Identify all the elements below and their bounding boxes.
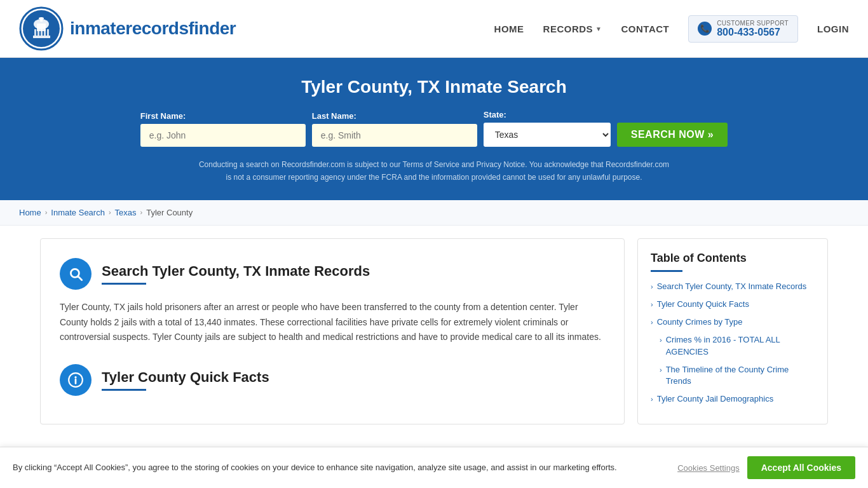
section1-underline bbox=[102, 283, 146, 285]
toc-item[interactable]: ›Search Tyler County, TX Inmate Records bbox=[651, 281, 815, 292]
toc-item[interactable]: ›Tyler County Quick Facts bbox=[651, 299, 815, 310]
first-name-label: First Name: bbox=[140, 111, 186, 121]
hero-disclaimer: Conducting a search on Recordsfinder.com… bbox=[196, 158, 672, 184]
svg-rect-4 bbox=[34, 29, 36, 36]
nav-contact[interactable]: CONTACT bbox=[621, 24, 670, 34]
toc-chevron-icon: › bbox=[651, 300, 653, 309]
logo-icon bbox=[19, 6, 64, 51]
section2-underline bbox=[102, 389, 146, 391]
section1-header: Search Tyler County, TX Inmate Records bbox=[60, 258, 605, 290]
search-button[interactable]: SEARCH NOW » bbox=[617, 123, 728, 147]
search-icon bbox=[60, 258, 92, 290]
info-icon bbox=[60, 364, 92, 396]
toc-item[interactable]: ›County Crimes by Type bbox=[651, 316, 815, 328]
toc-chevron-icon: › bbox=[651, 282, 653, 292]
toc-chevron-icon: › bbox=[651, 395, 653, 404]
toc-chevron-icon: › bbox=[651, 318, 653, 327]
logo: inmaterecordsfinder bbox=[19, 6, 236, 51]
support-number: 800-433-0567 bbox=[717, 27, 789, 38]
section2-title-block: Tyler County Quick Facts bbox=[102, 369, 269, 391]
state-label: State: bbox=[484, 110, 506, 119]
toc-item[interactable]: ›Tyler County Jail Demographics bbox=[651, 393, 815, 405]
hero-title: Tyler County, TX Inmate Search bbox=[13, 77, 855, 97]
breadcrumb-sep-1: › bbox=[45, 208, 48, 216]
nav-login[interactable]: LOGIN bbox=[817, 24, 849, 34]
content-area: Search Tyler County, TX Inmate Records T… bbox=[40, 238, 625, 425]
svg-rect-9 bbox=[33, 36, 50, 38]
section1-title: Search Tyler County, TX Inmate Records bbox=[102, 263, 370, 280]
records-chevron-icon: ▼ bbox=[595, 25, 602, 32]
toc-item[interactable]: ›The Timeline of the County Crime Trends bbox=[651, 364, 815, 387]
last-name-input[interactable] bbox=[312, 124, 477, 147]
svg-rect-5 bbox=[37, 29, 39, 36]
toc-title: Table of Contents bbox=[651, 252, 815, 265]
breadcrumb-texas[interactable]: Texas bbox=[115, 208, 137, 217]
section1-title-block: Search Tyler County, TX Inmate Records bbox=[102, 263, 370, 285]
svg-rect-8 bbox=[47, 29, 49, 36]
header: inmaterecordsfinder HOME RECORDS ▼ CONTA… bbox=[0, 0, 868, 58]
first-name-group: First Name: bbox=[140, 111, 306, 147]
search-form: First Name: Last Name: State: TexasAlaba… bbox=[13, 110, 855, 147]
hero-section: Tyler County, TX Inmate Search First Nam… bbox=[0, 58, 868, 200]
nav-records[interactable]: RECORDS ▼ bbox=[543, 24, 602, 34]
toc-item[interactable]: ›Crimes % in 2016 - TOTAL ALL AGENCIES bbox=[651, 334, 815, 357]
phone-icon: 📞 bbox=[698, 22, 712, 36]
breadcrumb-sep-3: › bbox=[140, 208, 143, 216]
last-name-label: Last Name: bbox=[312, 111, 356, 121]
main-container: Search Tyler County, TX Inmate Records T… bbox=[27, 238, 841, 425]
state-select[interactable]: TexasAlabamaAlaskaArizonaArkansasCalifor… bbox=[484, 123, 611, 147]
logo-text: inmaterecordsfinder bbox=[70, 18, 236, 39]
toc-divider bbox=[651, 270, 682, 272]
svg-rect-6 bbox=[41, 29, 43, 36]
toc-sidebar: Table of Contents ›Search Tyler County, … bbox=[637, 238, 828, 425]
breadcrumb: Home › Inmate Search › Texas › Tyler Cou… bbox=[0, 200, 868, 226]
main-nav: HOME RECORDS ▼ CONTACT 📞 CUSTOMER SUPPOR… bbox=[494, 15, 849, 43]
section2-title: Tyler County Quick Facts bbox=[102, 369, 269, 386]
breadcrumb-current: Tyler County bbox=[146, 208, 193, 217]
support-info: CUSTOMER SUPPORT 800-433-0567 bbox=[717, 20, 789, 38]
toc-list: ›Search Tyler County, TX Inmate Records›… bbox=[651, 281, 815, 405]
breadcrumb-inmate-search[interactable]: Inmate Search bbox=[51, 208, 105, 217]
svg-rect-7 bbox=[44, 29, 46, 36]
state-group: State: TexasAlabamaAlaskaArizonaArkansas… bbox=[484, 110, 611, 147]
toc-chevron-icon: › bbox=[660, 336, 662, 345]
support-label: CUSTOMER SUPPORT bbox=[717, 20, 789, 27]
toc-chevron-icon: › bbox=[660, 365, 662, 375]
section2-header: Tyler County Quick Facts bbox=[60, 364, 605, 396]
support-box: 📞 CUSTOMER SUPPORT 800-433-0567 bbox=[688, 15, 798, 43]
breadcrumb-sep-2: › bbox=[109, 208, 111, 216]
last-name-group: Last Name: bbox=[312, 111, 477, 147]
svg-point-11 bbox=[39, 17, 44, 20]
breadcrumb-home[interactable]: Home bbox=[19, 208, 41, 217]
nav-home[interactable]: HOME bbox=[494, 24, 524, 34]
first-name-input[interactable] bbox=[140, 124, 306, 147]
section1-body: Tyler County, TX jails hold prisoners af… bbox=[60, 300, 605, 345]
